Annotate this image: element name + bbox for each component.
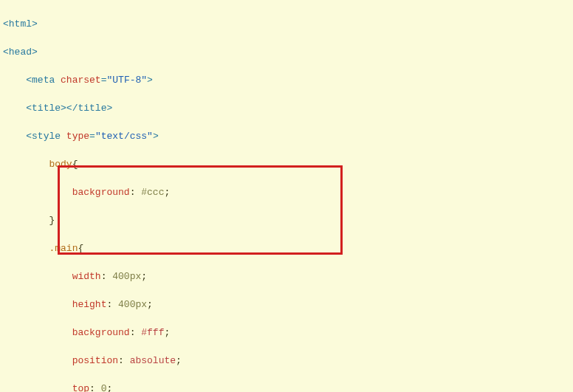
code-line: <html> <box>3 17 570 31</box>
tag-html: html <box>9 18 32 30</box>
code-line: <meta charset="UTF-8"> <box>3 73 570 87</box>
val-fff: #fff <box>135 327 164 338</box>
tag-title-open: title <box>32 103 61 114</box>
tag-head: head <box>9 47 32 58</box>
prop-background: background <box>72 187 130 198</box>
code-line: background: #ccc; <box>3 185 570 199</box>
code-line: <head> <box>3 45 570 59</box>
prop-background: background <box>72 327 130 338</box>
prop-height: height <box>72 299 107 310</box>
tag-meta: meta <box>32 75 55 86</box>
code-line: background: #fff; <box>3 326 570 340</box>
selector-main: .main <box>49 243 78 254</box>
val-type: "text/css" <box>95 131 153 142</box>
tag-style: style <box>32 131 61 142</box>
code-line: <title></title> <box>3 101 570 115</box>
code-line: position: absolute; <box>3 354 570 368</box>
val-400px: 400px <box>106 271 141 282</box>
val-charset: "UTF-8" <box>106 75 147 86</box>
val-absolute: absolute <box>124 355 176 366</box>
val-ccc: #ccc <box>135 187 164 198</box>
prop-position: position <box>72 355 118 366</box>
selector-body: body <box>49 159 72 170</box>
val-0: 0 <box>95 383 107 392</box>
val-400px: 400px <box>112 299 147 310</box>
code-line: height: 400px; <box>3 298 570 312</box>
code-line: width: 400px; <box>3 269 570 283</box>
prop-width: width <box>72 271 101 282</box>
attr-charset: charset <box>61 75 101 86</box>
code-line: .main{ <box>3 241 570 255</box>
code-block: <html> <head> <meta charset="UTF-8"> <ti… <box>0 0 573 392</box>
code-line: top: 0; <box>3 382 570 392</box>
attr-type: type <box>66 131 89 142</box>
code-line: body{ <box>3 157 570 171</box>
code-line: } <box>3 213 570 227</box>
prop-top: top <box>72 383 89 392</box>
tag-title-close: title <box>78 103 106 114</box>
code-line: <style type="text/css"> <box>3 129 570 143</box>
